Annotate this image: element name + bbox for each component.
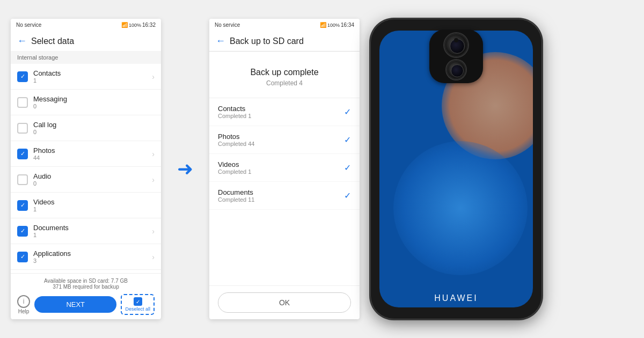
list-item-calllog[interactable]: Call log 0 xyxy=(11,115,161,141)
checkbox-photos[interactable] xyxy=(17,149,28,159)
backup-status-videos: Completed 1 xyxy=(218,168,344,175)
item-count-contacts: 1 xyxy=(33,77,152,84)
chevron-audio: › xyxy=(152,175,155,184)
checkbox-applications[interactable] xyxy=(17,252,28,262)
item-count-messaging: 0 xyxy=(33,103,155,109)
screen2: No service 📶 100% 16:34 ← Back up to SD … xyxy=(209,19,360,319)
deselect-all-button[interactable]: ✓ Deselect all xyxy=(121,294,155,315)
checkbox-audio[interactable] xyxy=(17,174,28,185)
checkbox-videos[interactable] xyxy=(17,200,28,211)
help-icon: i xyxy=(17,295,30,308)
time-2: 16:34 xyxy=(341,22,354,28)
camera-bump xyxy=(429,30,483,83)
item-name-documents: Documents xyxy=(33,224,152,232)
ok-button[interactable]: OK xyxy=(218,292,351,313)
back-button-1[interactable]: ← xyxy=(17,35,27,47)
next-button[interactable]: NEXT xyxy=(34,296,116,313)
time-1: 16:32 xyxy=(142,22,156,28)
signal-icons-2: 📶 100% 16:34 xyxy=(320,22,354,28)
list-item-applications[interactable]: Applications 3 › xyxy=(11,244,161,270)
item-name-audio: Audio xyxy=(33,172,152,180)
ok-button-container: OK xyxy=(209,285,360,319)
check-icon-contacts: ✓ xyxy=(344,107,351,117)
item-count-calllog: 0 xyxy=(33,129,155,135)
camera-lens-main xyxy=(444,33,468,57)
physical-phone: HUAWEI xyxy=(370,19,542,319)
back-button-2[interactable]: ← xyxy=(216,35,225,47)
backup-complete-sub: Completed 4 xyxy=(220,79,349,87)
screen2-title: Back up to SD card xyxy=(230,36,304,46)
camera-lens-secondary xyxy=(447,60,466,79)
item-count-audio: 0 xyxy=(33,180,152,187)
right-arrow-icon: ➜ xyxy=(177,158,193,180)
backup-item-photos: Photos Completed 44 ✓ xyxy=(209,126,360,154)
screen1-header: ← Select data xyxy=(11,31,161,51)
status-bar-1: No service 📶 100% 16:32 xyxy=(11,19,161,31)
deselect-check-icon: ✓ xyxy=(134,297,142,306)
item-name-messaging: Messaging xyxy=(33,95,155,103)
backup-name-documents: Documents xyxy=(218,188,344,196)
backup-status-documents: Completed 11 xyxy=(218,196,344,203)
checkbox-contacts[interactable] xyxy=(17,71,28,82)
help-button[interactable]: i Help xyxy=(17,295,30,314)
list-item-photos[interactable]: Photos 44 › xyxy=(11,141,161,167)
list-item-videos[interactable]: Videos 1 xyxy=(11,193,161,218)
signal-icons-1: 📶 100% 16:32 xyxy=(121,22,156,28)
backup-name-contacts: Contacts xyxy=(218,105,344,113)
list-item-contacts[interactable]: Contacts 1 › xyxy=(11,64,161,90)
storage-info: Available space in SD card: 7.7 GB 371 M… xyxy=(17,278,155,290)
backup-item-contacts: Contacts Completed 1 ✓ xyxy=(209,98,360,126)
chevron-applications: › xyxy=(152,253,155,261)
no-service-label-2: No service xyxy=(215,22,240,28)
backup-name-videos: Videos xyxy=(218,160,344,168)
huawei-logo: HUAWEI xyxy=(434,293,478,303)
list-item-audio[interactable]: Audio 0 › xyxy=(11,167,161,193)
item-name-videos: Videos xyxy=(33,198,155,206)
backup-list: Contacts Completed 1 ✓ Photos Completed … xyxy=(209,98,360,285)
no-service-label-1: No service xyxy=(16,22,41,28)
arrow-container: ➜ xyxy=(172,158,199,180)
item-name-calllog: Call log xyxy=(33,121,155,129)
front-camera xyxy=(454,38,458,42)
checkbox-messaging[interactable] xyxy=(17,97,28,108)
screen2-header: ← Back up to SD card xyxy=(209,31,360,51)
item-name-photos: Photos xyxy=(33,146,152,155)
checkbox-calllog[interactable] xyxy=(17,123,28,134)
bottom-bar: Available space in SD card: 7.7 GB 371 M… xyxy=(11,273,161,319)
screen1: No service 📶 100% 16:32 ← Select data In… xyxy=(11,19,161,319)
chevron-photos: › xyxy=(152,150,155,158)
check-icon-videos: ✓ xyxy=(344,163,351,173)
checkbox-documents[interactable] xyxy=(17,226,28,237)
check-icon-photos: ✓ xyxy=(344,135,351,145)
screen1-title: Select data xyxy=(31,36,74,46)
main-container: No service 📶 100% 16:32 ← Select data In… xyxy=(11,11,633,327)
backup-status-photos: Completed 44 xyxy=(218,141,344,147)
chevron-contacts: › xyxy=(152,72,155,81)
list-item-documents[interactable]: Documents 1 › xyxy=(11,218,161,244)
backup-complete-title: Back up complete xyxy=(220,68,349,77)
list-item-messaging[interactable]: Messaging 0 xyxy=(11,90,161,115)
backup-item-videos: Videos Completed 1 ✓ xyxy=(209,154,360,182)
chevron-documents: › xyxy=(152,227,155,236)
backup-complete-section: Back up complete Completed 4 xyxy=(209,52,360,98)
item-count-applications: 3 xyxy=(33,258,152,264)
item-name-applications: Applications xyxy=(33,249,152,258)
backup-status-contacts: Completed 1 xyxy=(218,113,344,119)
item-count-videos: 1 xyxy=(33,206,155,212)
section-label: Internal storage xyxy=(11,51,161,64)
backup-name-photos: Photos xyxy=(218,133,344,141)
backup-item-documents: Documents Completed 11 ✓ xyxy=(209,182,360,210)
check-icon-documents: ✓ xyxy=(344,190,351,201)
status-bar-2: No service 📶 100% 16:34 xyxy=(209,19,360,31)
bottom-buttons: i Help NEXT ✓ Deselect all xyxy=(17,294,155,315)
item-count-documents: 1 xyxy=(33,232,152,238)
wallpaper-circle-blue xyxy=(393,141,528,275)
item-count-photos: 44 xyxy=(33,155,152,161)
item-name-contacts: Contacts xyxy=(33,69,152,77)
